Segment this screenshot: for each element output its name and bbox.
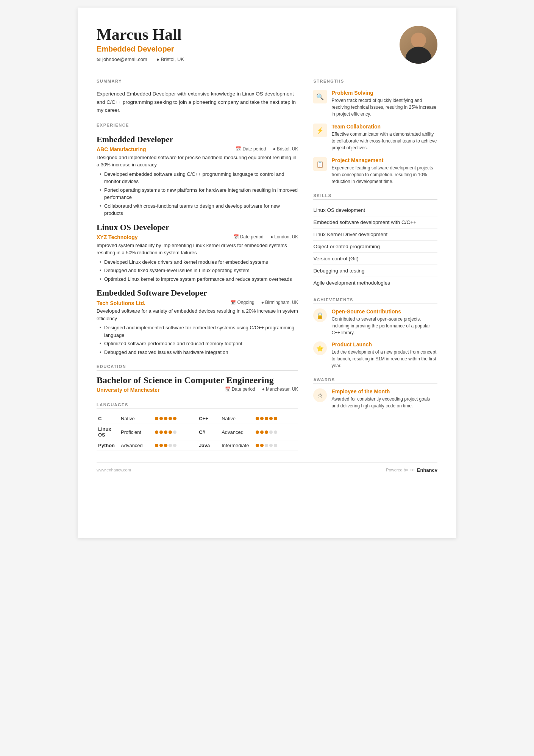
ach-title-2: Product Launch [331, 341, 437, 347]
award-item-1: ☆ Employee of the Month Awarded for cons… [313, 388, 437, 409]
job3-bullet-2: Optimized software performance and reduc… [100, 340, 298, 347]
lang-name-c: C [97, 413, 119, 424]
strength-title-3: Project Management [331, 157, 437, 163]
lang-name-python: Python [97, 440, 119, 451]
job3-desc: Developed software for a variety of embe… [97, 307, 298, 322]
job2-company: XYZ Technology [97, 234, 138, 240]
job2-bullet-1: Developed Linux device drivers and kerne… [100, 258, 298, 266]
lang-name-linux: Linux OS [97, 424, 119, 440]
job3-date: 📅 Ongoing [230, 300, 254, 305]
job-title-3: Embedded Software Developer [97, 288, 298, 298]
pin-icon-edu: ● [262, 387, 265, 392]
education-section-title: EDUCATION [97, 364, 298, 371]
job3-company: Tech Solutions Ltd. [97, 300, 145, 306]
pin-icon-1: ● [273, 146, 275, 152]
left-column: SUMMARY Experienced Embedded Developer w… [97, 70, 298, 451]
job3-company-row: Tech Solutions Ltd. 📅 Ongoing ● Birmingh… [97, 299, 298, 307]
product-launch-icon: ⭐ [313, 341, 327, 355]
languages-section-title: LANGUAGES [97, 402, 298, 409]
team-collab-icon: ⚡ [313, 124, 327, 137]
strength-content-3: Project Management Experience leading so… [331, 157, 437, 185]
lang-dots-cpp [254, 413, 298, 424]
email-contact: ✉ johndoe@email.com [97, 56, 147, 62]
lang-row-2: Linux OS Proficient C# Advanced [97, 424, 298, 440]
strength-item-2: ⚡ Team Collaboration Effective communica… [313, 124, 437, 151]
avatar-head [411, 33, 426, 48]
skills-section-title: SKILLS [313, 193, 437, 200]
pin-icon-2: ● [270, 234, 273, 239]
summary-section-title: SUMMARY [97, 79, 298, 85]
skill-item-6: Debugging and testing [313, 265, 437, 277]
strength-desc-2: Effective communicator with a demonstrat… [331, 131, 437, 151]
strength-content-2: Team Collaboration Effective communicato… [331, 124, 437, 151]
problem-solving-icon: 🔍 [313, 90, 327, 103]
award-content-1: Employee of the Month Awarded for consis… [331, 388, 437, 409]
job1-bullet-3: Collaborated with cross-functional teams… [100, 202, 298, 217]
header-left: Marcus Hall Embedded Developer ✉ johndoe… [97, 26, 400, 62]
footer-website: www.enhancv.com [97, 468, 131, 472]
lang-level-c: Native [119, 413, 153, 424]
resume-container: Marcus Hall Embedded Developer ✉ johndoe… [78, 8, 456, 538]
award-title-1: Employee of the Month [331, 388, 437, 394]
lang-dots-linux [153, 424, 197, 440]
summary-text: Experienced Embedded Developer with exte… [97, 90, 298, 114]
lang-name-csharp: C# [197, 424, 220, 440]
pin-icon-3: ● [261, 300, 264, 305]
job2-location: ● London, UK [270, 234, 298, 239]
location-contact: ● Bristol, UK [156, 56, 184, 62]
job1-company-row: ABC Manufacturing 📅 Date period ● Bristo… [97, 145, 298, 154]
lang-level-csharp: Advanced [220, 424, 254, 440]
edu-info-row: University of Manchester 📅 Date period ●… [97, 385, 298, 394]
job3-location: ● Birmingham, UK [261, 300, 298, 305]
email-icon: ✉ [97, 56, 101, 62]
job-title-1: Embedded Developer [97, 135, 298, 144]
strength-title-1: Problem Solving [331, 90, 437, 96]
award-icon: ☆ [313, 388, 327, 402]
strength-desc-3: Experience leading software development … [331, 164, 437, 185]
job3-bullet-1: Designed and implemented software for em… [100, 324, 298, 339]
enhancv-infinity-icon: ∞ [410, 466, 414, 473]
skill-item-5: Version control (Git) [313, 253, 437, 265]
project-mgmt-icon: 📋 [313, 157, 327, 171]
lang-level-linux: Proficient [119, 424, 153, 440]
strengths-section-title: STRENGTHS [313, 79, 437, 85]
job2-bullet-3: Optimized Linux kernel to improve system… [100, 275, 298, 283]
job3-bullets: Designed and implemented software for em… [97, 324, 298, 356]
lang-dots-java [254, 440, 298, 451]
enhancv-brand-name: Enhancv [417, 467, 437, 473]
strength-content-1: Problem Solving Proven track record of q… [331, 90, 437, 117]
job1-bullet-1: Developed embedded software using C/C++ … [100, 171, 298, 185]
ach-desc-2: Led the development of a new product fro… [331, 349, 437, 369]
candidate-name: Marcus Hall [97, 26, 400, 43]
job1-bullets: Developed embedded software using C/C++ … [97, 171, 298, 217]
edu-date: 📅 Date period [225, 387, 255, 392]
edu-location: ● Manchester, UK [262, 387, 298, 392]
calendar-icon-edu: 📅 [225, 387, 231, 392]
lang-dots-python [153, 440, 197, 451]
edu-degree: Bachelor of Science in Computer Engineer… [97, 375, 298, 385]
lang-level-python: Advanced [119, 440, 153, 451]
footer-brand: Powered by ∞ Enhancv [386, 466, 437, 473]
awards-section-title: AWARDS [313, 377, 437, 384]
lang-name-cpp: C++ [197, 413, 220, 424]
ach-title-1: Open-Source Contributions [331, 308, 437, 315]
ach-content-2: Product Launch Led the development of a … [331, 341, 437, 369]
right-column: STRENGTHS 🔍 Problem Solving Proven track… [313, 70, 437, 451]
job3-meta: 📅 Ongoing ● Birmingham, UK [230, 300, 298, 305]
calendar-icon-2: 📅 [233, 234, 239, 239]
award-desc-1: Awarded for consistently exceeding proje… [331, 396, 437, 409]
skill-item-4: Object-oriented programming [313, 241, 437, 253]
achievements-section-title: ACHIEVEMENTS [313, 297, 437, 304]
candidate-title: Embedded Developer [97, 45, 400, 53]
job1-location: ● Bristol, UK [273, 146, 298, 152]
location-icon: ● [156, 56, 159, 62]
calendar-icon-3: 📅 [230, 300, 236, 305]
skill-item-2: Embedded software development with C/C++ [313, 216, 437, 229]
footer: www.enhancv.com Powered by ∞ Enhancv [97, 462, 437, 473]
job2-meta: 📅 Date period ● London, UK [233, 234, 298, 239]
calendar-icon-1: 📅 [236, 146, 241, 152]
skill-item-7: Agile development methodologies [313, 277, 437, 289]
lang-level-java: Intermediate [220, 440, 254, 451]
lang-dots-csharp [254, 424, 298, 440]
lang-row-1: C Native C++ Native [97, 413, 298, 424]
